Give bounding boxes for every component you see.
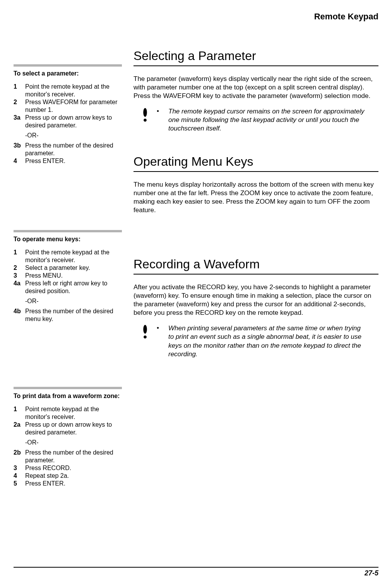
step-number: 3 — [14, 272, 25, 280]
step-number: 5 — [14, 480, 25, 487]
page-footer: 27-5 — [14, 567, 378, 577]
body-text: After you activate the RECORD key, you h… — [134, 283, 378, 317]
step-text: Select a parameter key. — [25, 264, 122, 272]
section-operating-menu-keys: Operating Menu Keys The menu keys displa… — [134, 154, 378, 215]
content-columns: To select a parameter: 1Point the remote… — [14, 49, 378, 503]
step-text: Repeat step 2a. — [25, 472, 122, 480]
list-item: 2Select a parameter key. — [14, 264, 122, 272]
sidebar-block-select-parameter: To select a parameter: 1Point the remote… — [14, 64, 122, 165]
page-number: 27-5 — [14, 569, 378, 577]
bullet-icon: • — [157, 107, 168, 115]
sidebar-block-print-waveform: To print data from a waveform zone: 1Poi… — [14, 387, 122, 487]
step-number: 4b — [14, 307, 25, 323]
note-callout: • The remote keypad cursor remains on th… — [134, 107, 378, 133]
or-separator: -OR- — [25, 297, 122, 305]
step-text: Press up or down arrow keys to desired p… — [25, 421, 122, 436]
list-item: 3Press MENU. — [14, 272, 122, 280]
note-text: The remote keypad cursor remains on the … — [168, 107, 378, 133]
sidebar-divider — [14, 64, 122, 67]
step-number: 1 — [14, 83, 25, 98]
step-number: 3b — [14, 142, 25, 157]
step-number: 1 — [14, 405, 25, 421]
sidebar-list: 1Point remote keypad at the monitor's re… — [14, 405, 122, 487]
note-text: When printing several parameters at the … — [168, 324, 378, 358]
sidebar-heading: To operate menu keys: — [14, 235, 122, 243]
svg-point-0 — [143, 108, 147, 117]
step-text: Press WAVEFORM for parameter number 1. — [25, 98, 122, 114]
step-number: 4 — [14, 157, 25, 165]
body-text: The parameter (waveform) keys display ve… — [134, 75, 378, 100]
step-text: Point the remote keypad at the monitor's… — [25, 249, 122, 264]
list-item: 3bPress the number of the desired parame… — [14, 142, 122, 157]
list-item: 1Point the remote keypad at the monitor'… — [14, 249, 122, 264]
section-selecting-parameter: Selecting a Parameter The parameter (wav… — [134, 49, 378, 133]
step-text: Press left or right arrow key to desired… — [25, 280, 122, 295]
step-number: 2 — [14, 264, 25, 272]
note-callout: • When printing several parameters at th… — [134, 324, 378, 358]
or-separator: -OR- — [25, 439, 122, 446]
step-number: 3 — [14, 464, 25, 472]
section-title: Selecting a Parameter — [134, 49, 378, 63]
running-header: Remote Keypad — [14, 12, 378, 22]
step-number: 4 — [14, 472, 25, 480]
list-item: 3Press RECORD. — [14, 464, 122, 472]
step-number: 2 — [14, 98, 25, 114]
title-rule — [134, 65, 378, 66]
step-text: Press RECORD. — [25, 464, 122, 472]
step-text: Press ENTER. — [25, 480, 122, 487]
section-recording-waveform: Recording a Waveform After you activate … — [134, 257, 378, 359]
list-item: 2bPress the number of the desired parame… — [14, 449, 122, 464]
list-item: 2Press WAVEFORM for parameter number 1. — [14, 98, 122, 114]
step-text: Press MENU. — [25, 272, 122, 280]
list-item: 2aPress up or down arrow keys to desired… — [14, 421, 122, 436]
svg-point-3 — [144, 336, 147, 339]
step-text: Press the number of the desired paramete… — [25, 449, 122, 464]
body-text: The menu keys display horizontally acros… — [134, 180, 378, 215]
exclamation-icon — [134, 107, 157, 123]
sidebar-list: 1Point the remote keypad at the monitor'… — [14, 249, 122, 323]
list-item: 1Point remote keypad at the monitor's re… — [14, 405, 122, 421]
sidebar-heading: To select a parameter: — [14, 70, 122, 77]
step-text: Press the number of the desired paramete… — [25, 142, 122, 157]
title-rule — [134, 274, 378, 275]
sidebar-block-operate-menu-keys: To operate menu keys: 1Point the remote … — [14, 230, 122, 323]
sidebar: To select a parameter: 1Point the remote… — [14, 49, 122, 503]
step-number: 4a — [14, 280, 25, 295]
list-item: 5Press ENTER. — [14, 480, 122, 487]
step-text: Point remote keypad at the monitor's rec… — [25, 405, 122, 421]
list-item: 4bPress the number of the desired menu k… — [14, 307, 122, 323]
step-number: 2a — [14, 421, 25, 436]
section-title: Recording a Waveform — [134, 257, 378, 271]
sidebar-divider — [14, 230, 122, 232]
list-item: 1Point the remote keypad at the monitor'… — [14, 83, 122, 98]
list-item: 3aPress up or down arrow keys to desired… — [14, 114, 122, 129]
list-item: 4aPress left or right arrow key to desir… — [14, 280, 122, 295]
section-title: Operating Menu Keys — [134, 154, 378, 169]
list-item: 4Repeat step 2a. — [14, 472, 122, 480]
step-number: 2b — [14, 449, 25, 464]
sidebar-list: 1Point the remote keypad at the monitor'… — [14, 83, 122, 165]
svg-point-2 — [143, 325, 147, 334]
list-item: 4Press ENTER. — [14, 157, 122, 165]
sidebar-divider — [14, 387, 122, 389]
svg-point-1 — [144, 119, 147, 122]
bullet-icon: • — [157, 324, 168, 332]
or-separator: -OR- — [25, 132, 122, 139]
step-text: Press up or down arrow keys to desired p… — [25, 114, 122, 129]
step-text: Point the remote keypad at the monitor's… — [25, 83, 122, 98]
sidebar-heading: To print data from a waveform zone: — [14, 392, 122, 400]
title-rule — [134, 171, 378, 172]
main-column: Selecting a Parameter The parameter (wav… — [134, 49, 378, 503]
step-text: Press ENTER. — [25, 157, 122, 165]
footer-rule — [14, 567, 378, 568]
step-number: 1 — [14, 249, 25, 264]
step-text: Press the number of the desired menu key… — [25, 307, 122, 323]
exclamation-icon — [134, 324, 157, 340]
step-number: 3a — [14, 114, 25, 129]
